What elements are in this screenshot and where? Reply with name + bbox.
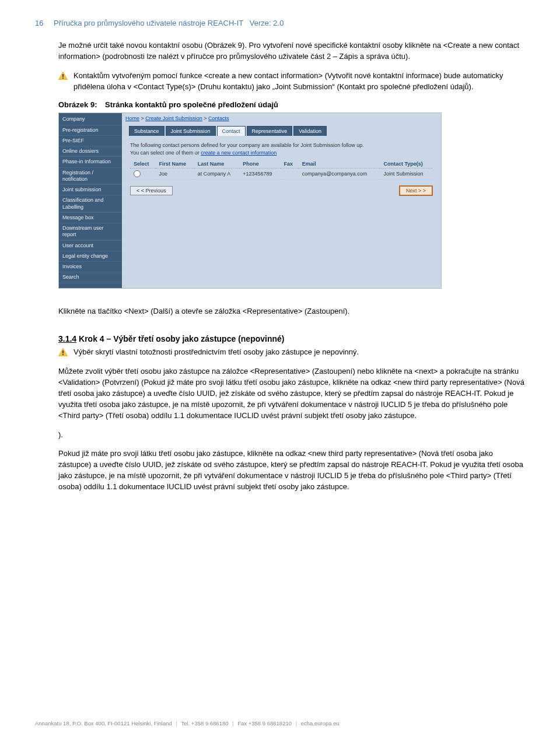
svg-rect-1 [62,74,64,77]
svg-rect-2 [62,78,64,79]
figure-label: Obrázek 9: [58,100,97,109]
warning-icon [58,72,68,80]
desc-line2a: You can select one of them or [130,150,201,156]
warning-block-2: Výběr skrytí vlastní totožnosti prostřed… [58,347,525,358]
paragraph-3b: ). [58,430,525,441]
col-phone: Phone [239,160,280,169]
footer-address: Annankatu 18, P.O. Box 400, FI-00121 Hel… [35,720,172,727]
paragraph-3: Můžete zvolit výběr třetí osobu jako zás… [58,366,525,421]
footer-site: echa.europa.eu [301,720,340,727]
footer-fax: +358 9 68618210 [249,720,292,727]
cell-phone: +123456789 [239,168,280,179]
svg-rect-4 [62,350,64,353]
col-select: Select [130,160,156,169]
contact-radio[interactable] [134,170,141,177]
sidebar-item-user-account[interactable]: User account [59,241,122,251]
embedded-screenshot: Company Pre-registration Pre-SIEF Online… [58,113,442,288]
sidebar-item-search[interactable]: Search [59,272,122,283]
cell-fax [281,168,299,179]
figure-caption: Obrázek 9: Stránka kontaktů pro společné… [58,100,525,109]
screenshot-description: The following contact persons defined fo… [130,142,433,156]
cell-type: Joint Submission [380,168,433,179]
warning-text-1: Kontaktům vytvořeným pomocí funkce <crea… [74,71,503,91]
sidebar-item-prereg[interactable]: Pre-registration [59,125,122,136]
next-button[interactable]: Next > > [399,185,433,196]
figure-title: Stránka kontaktů pro společné předložení… [105,100,278,109]
tab-contact[interactable]: Contact [217,126,246,136]
section-number: 3.1.4 [58,334,76,343]
sidebar-item-message-box[interactable]: Message box [59,213,122,223]
footer-tel-label: Tel. [181,720,190,727]
sidebar-item-invoices[interactable]: Invoices [59,262,122,272]
doc-version: Verze: 2.0 [250,19,284,27]
create-contact-link[interactable]: create a new contact information [201,150,276,156]
section-heading: 3.1.4 Krok 4 – Výběr třetí osoby jako zá… [58,334,525,343]
svg-rect-5 [62,354,64,355]
sidebar-item-phasein[interactable]: Phase-in Information [59,157,122,167]
warning-block-1: Kontaktům vytvořeným pomocí funkce <crea… [58,71,525,93]
section-title: Krok 4 – Výběr třetí osoby jako zástupce… [79,334,284,343]
col-fax: Fax [281,160,299,169]
sidebar-item-classification[interactable]: Classification and Labelling [59,195,122,213]
cell-first[interactable]: Joe [159,171,168,177]
col-last: Last Name [194,160,239,169]
tab-substance[interactable]: Substance [129,126,164,136]
sidebar: Company Pre-registration Pre-SIEF Online… [59,113,122,287]
sidebar-item-online-dossiers[interactable]: Online dossiers [59,146,122,157]
tab-joint-submission[interactable]: Joint Submission [166,126,216,136]
sidebar-item-joint-submission[interactable]: Joint submission [59,185,122,195]
doc-title: Příručka pro průmyslového uživatele nást… [54,19,243,27]
tab-representative[interactable]: Representative [247,126,293,136]
sidebar-item-presief[interactable]: Pre-SIEF [59,136,122,146]
col-email: Email [299,160,380,169]
col-first: First Name [156,160,194,169]
paragraph-4: Pokud již máte pro svoji látku třetí oso… [58,448,525,492]
footer-fax-label: Fax [237,720,247,727]
sidebar-item-company[interactable]: Company [59,114,122,125]
desc-line1: The following contact persons defined fo… [130,142,364,148]
cell-email: companya@companya.com [299,168,380,179]
paragraph-1: Je možné určit také novou kontaktní osob… [58,40,525,62]
sidebar-item-downstream[interactable]: Downstream user report [59,223,122,241]
page-number: 16 [35,19,43,27]
contacts-table: Select First Name Last Name Phone Fax Em… [130,160,433,180]
page-footer: Annankatu 18, P.O. Box 400, FI-00121 Hel… [35,720,340,727]
tab-validation[interactable]: Validation [293,126,327,136]
sidebar-item-legal-entity[interactable]: Legal entity change [59,251,122,262]
breadcrumb-create-js[interactable]: Create Joint Submission [145,115,202,121]
table-row: Joe at Company A +123456789 companya@com… [130,168,433,179]
breadcrumb-home[interactable]: Home [125,115,139,121]
paragraph-2: Klikněte na tlačítko <Next> (Další) a ot… [58,306,525,317]
breadcrumb: Home > Create Joint Submission > Contact… [122,113,441,124]
cell-last: at Company A [194,168,239,179]
breadcrumb-contacts[interactable]: Contacts [208,115,229,121]
previous-button[interactable]: < < Previous [130,186,173,195]
tab-bar: Substance Joint Submission Contact Repre… [122,124,441,136]
footer-tel: +358 9 686180 [191,720,229,727]
warning-icon [58,348,68,356]
col-type: Contact Type(s) [380,160,433,169]
page-header: 16 Příručka pro průmyslového uživatele n… [35,19,525,27]
warning-text-2: Výběr skrytí vlastní totožnosti prostřed… [74,348,359,356]
sidebar-item-registration[interactable]: Registration / notification [59,168,122,185]
